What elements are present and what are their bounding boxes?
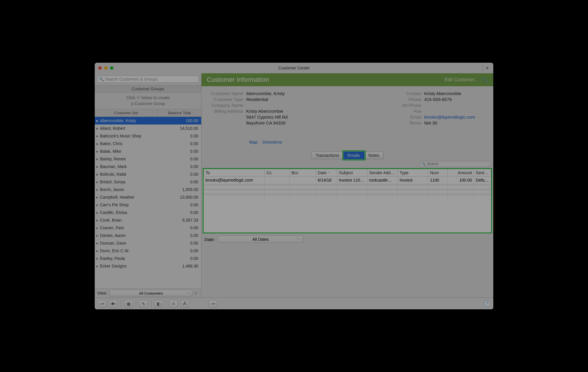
- date-filter-select[interactable]: All Dates: [218, 236, 303, 243]
- tab-emails[interactable]: Emails: [344, 152, 364, 159]
- customer-name: Bauman, Mark: [100, 164, 158, 169]
- column-customer-job[interactable]: Customer:Job: [95, 109, 158, 117]
- customer-row[interactable]: ▶Allard, Robert14,510.00: [95, 124, 201, 132]
- detail-tabs: Transactions Emails Notes: [201, 152, 493, 159]
- content-pane: Customer Information Edit Customer... 📎 …: [201, 73, 493, 298]
- customer-row[interactable]: ▶Bauman, Mark0.00: [95, 163, 201, 170]
- customer-row[interactable]: ▶Baker, Chris0.00: [95, 140, 201, 147]
- col-bcc[interactable]: Bcc: [290, 169, 316, 177]
- edit-customer-button[interactable]: Edit Customer...: [444, 77, 478, 82]
- col-num[interactable]: Num: [428, 169, 448, 177]
- expand-icon: ▶: [95, 203, 100, 207]
- new-tab-button[interactable]: +: [483, 64, 492, 72]
- email-row[interactable]: brooks@layeredlogic.com6/14/18Invoice 11…: [204, 177, 491, 184]
- customer-balance: 14,510.00: [158, 126, 201, 131]
- col-date[interactable]: Date⌃: [316, 169, 337, 177]
- zoom-window-button[interactable]: [110, 66, 114, 70]
- close-window-button[interactable]: [98, 66, 102, 70]
- add-detail-button[interactable]: +▾: [209, 300, 217, 308]
- minimize-window-button[interactable]: [104, 66, 108, 70]
- main-area: 🔍 Customer Groups Click '+' below to cre…: [95, 73, 493, 298]
- column-balance-total[interactable]: Balance Total: [158, 109, 201, 117]
- col-amount[interactable]: Amount: [448, 169, 474, 177]
- col-type[interactable]: Type: [398, 169, 428, 177]
- map-links: Map Directions: [208, 140, 288, 145]
- font-smaller-button[interactable]: A: [169, 300, 178, 308]
- customer-row[interactable]: ▶Campbell, Heather13,900.00: [95, 193, 201, 201]
- expand-icon: ▶: [95, 196, 100, 199]
- sort-ascending-icon: ⌃: [328, 172, 330, 175]
- directions-link[interactable]: Directions: [262, 140, 282, 145]
- map-link[interactable]: Map: [249, 140, 258, 145]
- customer-row[interactable]: ▶Bristol, Sonya0.00: [95, 178, 201, 186]
- actions-menu-button[interactable]: ✱▾: [109, 300, 118, 308]
- customer-name: Allard, Robert: [100, 126, 158, 131]
- email-row: [204, 188, 491, 191]
- help-button[interactable]: ?: [484, 300, 490, 307]
- customer-row[interactable]: ▶Babcock's Music Shop0.00: [95, 132, 201, 140]
- detail-tabs-area: Transactions Emails Notes 🔍 To Cc: [201, 149, 493, 245]
- billing-address-line2: 5647 Cypress Hill Rd: [246, 114, 288, 119]
- customer-row[interactable]: ▶Easley, Paula0.00: [95, 255, 201, 262]
- view-bar: View: All Customers ⦀: [95, 288, 201, 298]
- customer-balance: 0.00: [158, 134, 201, 138]
- email-search-input[interactable]: [427, 162, 488, 166]
- customer-row[interactable]: ▶Abercrombie, Kristy100.00: [95, 117, 201, 124]
- customer-name: Bristol, Sonya: [100, 180, 158, 184]
- customer-search-input[interactable]: [105, 77, 197, 82]
- email-row: [204, 193, 491, 195]
- customer-row[interactable]: ▶Castillo, Eloisa0.00: [95, 209, 201, 216]
- view-grid-button[interactable]: ▦: [124, 300, 133, 308]
- attachment-icon[interactable]: 📎: [482, 77, 488, 83]
- column-handle-icon[interactable]: ⦀: [195, 290, 199, 296]
- tab-notes[interactable]: Notes: [364, 152, 384, 159]
- customer-row[interactable]: ▶Bolinski, Rafal0.00: [95, 170, 201, 178]
- customer-row[interactable]: ▶Cook, Brian9,397.33: [95, 216, 201, 224]
- customer-row[interactable]: ▶Duncan, Dave0.00: [95, 239, 201, 247]
- tab-transactions[interactable]: Transactions: [311, 152, 344, 159]
- view-select[interactable]: All Customers: [109, 290, 192, 296]
- customer-balance: 0.00: [158, 233, 201, 238]
- email-value[interactable]: brooks@layeredlogic.com: [424, 114, 475, 119]
- phone-value: 415-555-6579: [424, 97, 452, 102]
- customer-row[interactable]: ▶Burch, Jason1,005.00: [95, 186, 201, 193]
- customer-name: Ecker Designs: [100, 264, 158, 268]
- customer-balance: 13,900.00: [158, 195, 201, 200]
- customer-row[interactable]: ▶Carr's Pie Shop0.00: [95, 201, 201, 209]
- date-filter: Date: All Dates: [201, 233, 493, 245]
- customer-name: Cook, Brian: [100, 218, 158, 222]
- customer-balance: 0.00: [158, 172, 201, 177]
- customer-row[interactable]: ▶Davies, Aaron0.00: [95, 232, 201, 239]
- col-sender[interactable]: Sender Add…: [367, 169, 398, 177]
- font-larger-button[interactable]: A: [180, 300, 189, 308]
- customer-row[interactable]: ▶Balak, Mike0.00: [95, 147, 201, 155]
- col-to[interactable]: To: [204, 169, 265, 177]
- add-menu-button[interactable]: +▾: [98, 300, 106, 308]
- customer-row[interactable]: ▶Ecker Designs1,468.30: [95, 262, 201, 270]
- customer-balance: 0.00: [158, 141, 201, 146]
- col-subject[interactable]: Subject: [337, 169, 367, 177]
- customer-name: Campbell, Heather: [100, 195, 158, 200]
- customer-row[interactable]: ▶Craven, Pam0.00: [95, 224, 201, 232]
- edit-button[interactable]: ✎: [139, 300, 148, 308]
- expand-icon: ▶: [95, 188, 100, 191]
- col-cc[interactable]: Cc: [265, 169, 290, 177]
- info-header: Customer Information Edit Customer... 📎: [201, 73, 493, 86]
- customer-name: Castillo, Eloisa: [100, 210, 158, 215]
- customer-balance: 0.00: [158, 210, 201, 215]
- col-sent[interactable]: Sent…: [474, 169, 491, 177]
- layout-split-button[interactable]: ◧: [154, 300, 163, 308]
- expand-icon: ▶: [95, 157, 100, 161]
- email-search[interactable]: 🔍: [420, 161, 490, 167]
- customer-list[interactable]: ▶Abercrombie, Kristy100.00▶Allard, Rober…: [95, 117, 201, 288]
- window-controls: [98, 66, 114, 70]
- expand-icon: ▶: [95, 150, 100, 153]
- email-row: [204, 195, 491, 198]
- customer-row[interactable]: ▶Barley, Renee0.00: [95, 155, 201, 163]
- customer-info: Customer NameAbercrombie, Kristy Custome…: [201, 86, 493, 149]
- customer-row[interactable]: ▶Dunn, Eric C.W.0.00: [95, 247, 201, 255]
- contact-value: Kristy Abercrombie: [424, 91, 461, 96]
- customer-search[interactable]: 🔍: [97, 76, 199, 83]
- customer-balance: 0.00: [158, 180, 201, 184]
- terms-value: Net 30: [424, 120, 437, 125]
